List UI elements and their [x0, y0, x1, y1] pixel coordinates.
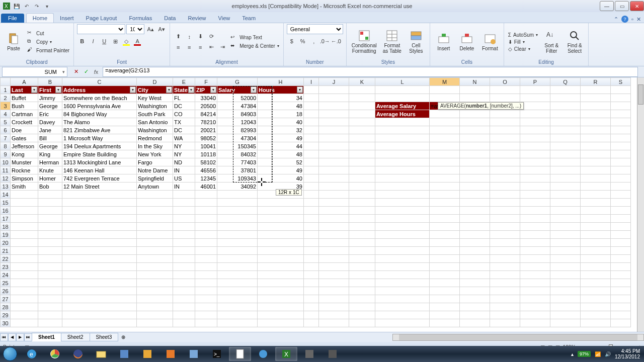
cell[interactable] [304, 199, 319, 207]
cell[interactable] [611, 239, 631, 247]
avg-hours-label[interactable]: Average Hours [375, 110, 430, 118]
cell[interactable] [173, 191, 195, 199]
table-header[interactable]: ZIP▼ [195, 86, 217, 94]
cell[interactable] [550, 183, 581, 191]
align-left-icon[interactable]: ≡ [173, 42, 183, 52]
cell[interactable] [349, 102, 375, 110]
cell[interactable] [217, 231, 258, 239]
cell[interactable] [319, 174, 349, 183]
cell[interactable] [460, 295, 490, 303]
cell[interactable]: 1313 Mockingbird Lane [62, 158, 137, 166]
undo-icon[interactable]: ↶ [22, 2, 31, 11]
col-head-C[interactable]: C [62, 78, 137, 86]
cell[interactable] [581, 199, 611, 207]
cell[interactable]: 40 [258, 174, 304, 183]
cell[interactable] [520, 207, 550, 215]
cell[interactable] [550, 118, 581, 126]
cell[interactable] [195, 311, 217, 319]
cell[interactable] [550, 199, 581, 207]
tray-time[interactable]: 4:45 PM [615, 348, 640, 354]
cell[interactable]: NY [173, 150, 195, 158]
cell[interactable] [611, 223, 631, 231]
cell[interactable]: DC [173, 102, 195, 110]
cell[interactable] [258, 319, 304, 327]
cell[interactable] [304, 279, 319, 287]
cell[interactable] [550, 295, 581, 303]
cell[interactable] [581, 166, 611, 174]
cell[interactable]: 32 [258, 126, 304, 134]
cell[interactable] [62, 279, 137, 287]
cell[interactable] [581, 183, 611, 191]
cell[interactable] [430, 94, 460, 102]
taskbar-outlook-icon[interactable] [136, 347, 158, 361]
cell[interactable] [375, 158, 430, 166]
cell[interactable] [304, 183, 319, 191]
cell[interactable] [195, 295, 217, 303]
cell[interactable] [520, 319, 550, 327]
cell[interactable] [581, 279, 611, 287]
cell[interactable]: 10041 [195, 142, 217, 150]
cell[interactable] [581, 134, 611, 142]
cell[interactable] [581, 231, 611, 239]
fill-color-button[interactable]: ◇ [121, 36, 131, 46]
cell[interactable] [375, 94, 430, 102]
cell[interactable] [11, 303, 38, 311]
cell[interactable]: 12043 [217, 118, 258, 126]
cell[interactable] [137, 207, 173, 215]
cell[interactable]: 49 [258, 166, 304, 174]
cell[interactable] [460, 279, 490, 287]
excel-icon[interactable]: X [2, 2, 11, 11]
cell[interactable] [258, 255, 304, 263]
cell[interactable] [319, 86, 349, 94]
cell[interactable] [137, 295, 173, 303]
cell[interactable] [304, 86, 319, 94]
cell[interactable] [490, 215, 520, 223]
cell[interactable] [375, 303, 430, 311]
cell[interactable] [490, 158, 520, 166]
cell[interactable] [581, 174, 611, 183]
cell[interactable] [460, 86, 490, 94]
cell[interactable] [62, 263, 137, 271]
table-header[interactable]: City▼ [137, 86, 173, 94]
cell[interactable] [520, 263, 550, 271]
cell[interactable] [611, 142, 631, 150]
comma-icon[interactable]: , [309, 36, 319, 46]
cell[interactable] [581, 239, 611, 247]
cell[interactable] [375, 215, 430, 223]
cell[interactable] [460, 174, 490, 183]
cell[interactable] [375, 255, 430, 263]
sheet-tab-3[interactable]: Sheet3 [90, 333, 119, 341]
cell[interactable] [430, 263, 460, 271]
row-head-13[interactable]: 13 [1, 183, 11, 191]
italic-button[interactable]: I [88, 36, 98, 46]
sheet-nav-last-icon[interactable]: ⏭ [24, 333, 32, 341]
cell[interactable] [304, 166, 319, 174]
cell[interactable] [349, 126, 375, 134]
taskbar-chrome-icon[interactable] [44, 347, 66, 361]
cut-button[interactable]: ✂Cut [26, 29, 70, 37]
cell[interactable] [550, 142, 581, 150]
cell[interactable] [349, 319, 375, 327]
cell[interactable] [217, 223, 258, 231]
cell[interactable] [319, 207, 349, 215]
cell[interactable] [258, 247, 304, 255]
cell[interactable]: 146 Keenan Hall [62, 166, 137, 174]
cell[interactable] [611, 319, 631, 327]
cell[interactable] [258, 263, 304, 271]
cell[interactable] [217, 239, 258, 247]
cell[interactable]: Eric [38, 110, 62, 118]
cell[interactable] [550, 150, 581, 158]
cell[interactable] [304, 94, 319, 102]
cell[interactable] [375, 150, 430, 158]
cell[interactable] [304, 303, 319, 311]
cell[interactable] [550, 239, 581, 247]
cell[interactable] [62, 303, 137, 311]
cell[interactable] [62, 191, 137, 199]
row-head-1[interactable]: 1 [1, 86, 11, 94]
cell[interactable] [581, 271, 611, 279]
cell[interactable] [173, 271, 195, 279]
filter-dropdown-icon[interactable]: ▼ [251, 86, 257, 93]
cell[interactable] [460, 126, 490, 134]
cell[interactable] [319, 134, 349, 142]
cell[interactable] [490, 86, 520, 94]
